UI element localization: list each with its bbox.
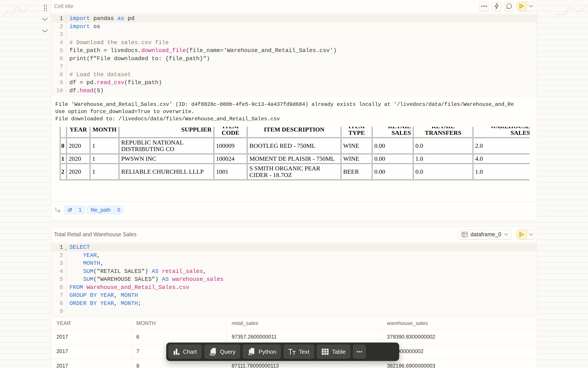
code-text: SUM("WAREHOUSE SALES") AS warehouse_sale… xyxy=(66,275,223,284)
code-line[interactable]: 6print(f"File downloaded to: {file_path}… xyxy=(51,55,537,63)
python-code-editor[interactable]: 1import pandas as pd2import os34# Downlo… xyxy=(51,13,537,96)
code-line[interactable]: 8ORDER BY YEAR, MONTH; xyxy=(51,300,537,308)
code-line[interactable]: 7 xyxy=(51,63,537,71)
code-line[interactable]: 1⌄SELECT xyxy=(51,243,537,251)
code-line[interactable]: 9df = pd.read_csv(file_path) xyxy=(51,79,537,87)
add-table-button[interactable]: Table xyxy=(316,344,351,359)
play-icon xyxy=(519,3,524,9)
column-header: WAREHOUSE SALES xyxy=(473,127,530,138)
code-text: SUM("RETAIL SALES") AS retail_sales, xyxy=(66,267,206,276)
table-header-row: YEARMONTHSUPPLIERITEM CODEITEM DESCRIPTI… xyxy=(60,127,530,138)
selected-dataframe-label: dataframe_0 xyxy=(470,231,501,238)
add-cell-toolbar: Chart SQL Query PY Python Text xyxy=(166,342,399,361)
cell1-output: File 'Warehouse_and_Retail_Sales.csv' (I… xyxy=(51,96,537,202)
cell2-title-input[interactable]: Total Retail and Warehouse Sales xyxy=(54,231,458,238)
dataframe-preview[interactable]: YEARMONTHSUPPLIERITEM CODEITEM DESCRIPTI… xyxy=(60,127,530,202)
collapse-cell-chevron-icon[interactable] xyxy=(42,18,48,21)
result-cell: 53.2900000002 xyxy=(382,344,537,359)
ellipsis-icon xyxy=(357,351,362,353)
sql-code-editor[interactable]: 1⌄SELECT2 YEAR,3 MONTH,4 SUM("RETAIL SAL… xyxy=(51,242,537,317)
ai-actions-button[interactable] xyxy=(491,1,502,11)
column-header: SUPPLIER xyxy=(119,127,214,138)
code-line[interactable]: 2 YEAR, xyxy=(51,251,537,259)
run-options-button[interactable] xyxy=(527,230,535,239)
column-header: MONTH xyxy=(90,127,119,138)
table-row: 120201PWSWN INC100024MOMENT DE PLAISIR -… xyxy=(60,154,530,163)
code-text: SELECT xyxy=(66,243,90,251)
code-line[interactable]: 10df.head(5) xyxy=(51,87,537,95)
result-header-row[interactable]: YEARMONTHretail_saleswarehouse_sales xyxy=(51,317,537,330)
code-line[interactable]: 3 xyxy=(51,30,537,39)
variable-chip-df[interactable]: df 1 xyxy=(64,206,84,214)
code-line[interactable]: 9 xyxy=(51,307,537,315)
code-line[interactable]: 4# Download the sales.csv file xyxy=(51,39,537,47)
column-header: RETAIL SALES xyxy=(372,127,413,138)
chevron-down-icon xyxy=(504,233,508,236)
table-cell: 0.0 xyxy=(413,138,473,154)
add-chart-button[interactable]: Chart xyxy=(168,344,202,359)
line-number: 6 xyxy=(51,55,66,63)
column-header: ITEM CODE xyxy=(214,127,247,138)
table-cell: 1 xyxy=(90,138,119,154)
line-number: 8 xyxy=(51,71,66,79)
result-cell: 97357.2600000011 xyxy=(227,330,382,344)
table-cell: BOOTLEG RED - 750ML xyxy=(248,138,341,154)
table-icon xyxy=(461,231,468,238)
python-cell-card: Cell title xyxy=(51,0,537,221)
code-line[interactable]: 4 SUM("RETAIL SALES") AS retail_sales, xyxy=(51,267,537,276)
output-dataframe-selector[interactable]: dataframe_0 xyxy=(458,230,512,239)
line-number: 2 xyxy=(51,23,66,31)
code-line[interactable]: 7GROUP BY YEAR, MONTH xyxy=(51,291,537,300)
result-column-header: MONTH xyxy=(131,317,227,330)
table-cell: 1.0 xyxy=(473,164,530,180)
run-options-button[interactable] xyxy=(527,1,535,11)
code-text: df = pd.read_csv(file_path) xyxy=(66,79,162,87)
add-python-button[interactable]: PY Python xyxy=(242,344,281,359)
cell2-header: Total Retail and Warehouse Sales datafra… xyxy=(51,227,537,242)
variable-chip-file-path[interactable]: file_path 0 xyxy=(87,206,123,214)
cell-drag-handle[interactable] xyxy=(43,4,48,11)
code-line[interactable]: 6FROM Warehouse_and_Retail_Sales.csv xyxy=(51,284,537,292)
chat-bubble-icon xyxy=(506,3,512,9)
code-line[interactable]: 5 SUM("WAREHOUSE SALES") AS warehouse_sa… xyxy=(51,275,537,284)
code-line[interactable]: 5file_path = livedocs.download_file(file… xyxy=(51,46,537,55)
play-icon xyxy=(519,231,524,238)
result-row[interactable]: 2017697357.2600000011379390.8300000002 xyxy=(51,330,537,344)
collapse-output-chevron-icon[interactable] xyxy=(42,29,48,33)
table-cell: 1 xyxy=(90,164,119,180)
run-cell-button[interactable] xyxy=(516,230,527,239)
stdout-line: Use option force_download=True to overwr… xyxy=(55,108,537,115)
chevron-down-icon xyxy=(529,5,533,8)
code-line[interactable]: 3 MONTH, xyxy=(51,259,537,267)
run-cell-button[interactable] xyxy=(516,1,527,11)
add-text-button[interactable]: Text xyxy=(283,344,314,359)
result-cell: 6 xyxy=(131,330,227,344)
table-cell: 100009 xyxy=(214,138,247,154)
table-cell: PWSWN INC xyxy=(119,154,214,163)
cell1-title-input[interactable]: Cell title xyxy=(54,3,479,9)
fold-chevron-icon[interactable]: ⌄ xyxy=(64,246,67,251)
column-header xyxy=(60,127,66,138)
line-number: 9 xyxy=(51,307,66,315)
code-line[interactable]: 1import pandas as pd xyxy=(51,15,537,23)
table-cell: 0.0 xyxy=(413,164,473,180)
code-text: GROUP BY YEAR, MONTH xyxy=(66,291,138,300)
python-file-icon: PY xyxy=(248,348,255,356)
table-cell: 2020 xyxy=(67,154,90,163)
toolbar-button-label: Python xyxy=(258,349,276,355)
more-cell-types-button[interactable] xyxy=(353,344,366,359)
line-number: 5 xyxy=(51,46,66,55)
code-text: # Load the dataset xyxy=(66,71,131,79)
table-row: 020201REPUBLIC NATIONAL DISTRIBUTING CO1… xyxy=(60,138,530,154)
more-options-button[interactable] xyxy=(479,1,489,11)
code-text: df.head(5) xyxy=(66,87,104,95)
code-line[interactable]: 2import os xyxy=(51,23,537,31)
add-query-button[interactable]: SQL Query xyxy=(204,344,241,359)
table-cell: RELIABLE CHURCHILL LLLP xyxy=(119,164,214,180)
code-line[interactable]: 8# Load the dataset xyxy=(51,71,537,79)
column-header: ITEM DESCRIPTION xyxy=(248,127,341,138)
result-column-header: warehouse_sales xyxy=(382,317,537,330)
code-text xyxy=(66,63,69,71)
comment-button[interactable] xyxy=(504,1,514,11)
svg-text:PY: PY xyxy=(248,353,252,356)
